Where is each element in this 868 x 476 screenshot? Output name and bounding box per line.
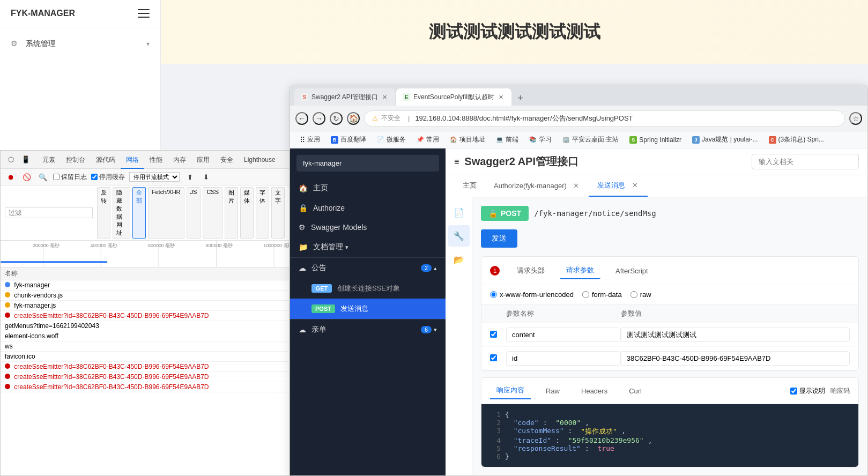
- tab-application[interactable]: 应用: [191, 151, 215, 169]
- param-value-content[interactable]: [621, 328, 850, 342]
- network-item-sse-2[interactable]: createSseEmitter?id=38C62BF0-B43C-450D-B…: [1, 362, 289, 372]
- bookmark-microservice[interactable]: 📄 微服务: [373, 133, 410, 146]
- filter-img[interactable]: 图片: [225, 187, 238, 239]
- tab-lighthouse[interactable]: Lighthouse: [239, 151, 281, 169]
- network-item-ws[interactable]: ws: [1, 341, 289, 352]
- bookmark-button[interactable]: ☆: [849, 112, 862, 125]
- swagger-sub-sse[interactable]: GET 创建长连接SSE对象: [290, 278, 446, 299]
- left-nav-doc[interactable]: 📄: [448, 202, 470, 223]
- swagger-nav-notice[interactable]: ☁ 公告 2 ▴: [290, 258, 446, 278]
- radio-raw[interactable]: raw: [630, 291, 651, 299]
- network-item-getmenus[interactable]: getMenus?time=1662199402043: [1, 321, 289, 331]
- bookmark-learn[interactable]: 📚 学习: [525, 133, 556, 146]
- menu-icon[interactable]: [138, 9, 150, 18]
- back-button[interactable]: ←: [295, 112, 308, 125]
- chrome-tab-swagger2[interactable]: S Swagger2 API管理接口 ✕: [294, 88, 395, 106]
- param-name-id[interactable]: [506, 351, 621, 366]
- bookmark-apps[interactable]: ⠿ 应用: [295, 133, 324, 146]
- filter-fetch-xhr[interactable]: Fetch/XHR: [148, 187, 184, 239]
- bookmark-java[interactable]: J Java规范 | youlai-...: [688, 133, 762, 146]
- clear-button[interactable]: 🚫: [21, 171, 33, 183]
- swagger-nav-home[interactable]: 🏠 主页: [290, 178, 446, 198]
- tab-sources[interactable]: 源代码: [91, 151, 121, 169]
- export-button[interactable]: ⬇: [200, 171, 212, 183]
- swagger-tab-sendmsg[interactable]: 发送消息 ✕: [589, 175, 648, 197]
- response-tab-raw[interactable]: Raw: [539, 384, 566, 398]
- swagger-nav-models[interactable]: ⚙ Swagger Models: [290, 218, 446, 237]
- filter-font[interactable]: 字体: [256, 187, 269, 239]
- param-value-id[interactable]: [621, 351, 850, 366]
- network-item-fyk-manager-js[interactable]: fyk-manager.js: [1, 301, 289, 311]
- left-nav-open[interactable]: 📂: [448, 249, 470, 270]
- param-cb-content[interactable]: [490, 331, 497, 338]
- chrome-tab-close-eventsource[interactable]: ✕: [496, 93, 505, 101]
- swagger-tab-close-sendmsg[interactable]: ✕: [630, 181, 639, 190]
- bookmark-common[interactable]: 📌 常用: [412, 133, 443, 146]
- tab-elements[interactable]: 元素: [37, 151, 61, 169]
- bookmark-baidu[interactable]: B 百度翻译: [327, 133, 370, 146]
- radio-form-urlencoded[interactable]: x-www-form-urlencoded: [490, 291, 574, 299]
- url-bar[interactable]: ⚠ 不安全 | 192.168.0.104:8888/doc.html#/fyk…: [364, 110, 845, 127]
- sidebar-item-system-management[interactable]: ⚙ 系统管理 ▾: [0, 33, 160, 55]
- filter-hide-data-url[interactable]: 隐藏数据网址: [113, 187, 130, 239]
- response-tab-curl[interactable]: Curl: [622, 384, 648, 398]
- filter-media[interactable]: 媒体: [240, 187, 254, 239]
- swagger-sub-sendmsg[interactable]: POST 发送消息: [290, 299, 446, 319]
- bookmark-csdn[interactable]: C (3条消息) Spri...: [765, 133, 828, 146]
- response-tab-headers[interactable]: Headers: [575, 384, 614, 398]
- record-button[interactable]: ⏺: [5, 171, 17, 183]
- filter-all[interactable]: 全部: [132, 187, 146, 239]
- filter-invert[interactable]: 反转: [97, 187, 110, 239]
- swagger-nav-authorize[interactable]: 🔒 Authorize: [290, 198, 446, 218]
- swagger-tab-close-authorize[interactable]: ✕: [572, 181, 580, 190]
- import-button[interactable]: ⬆: [184, 171, 196, 183]
- swagger-search-main[interactable]: [752, 154, 859, 169]
- network-item-sse-4[interactable]: createSseEmitter?id=38C62BF0-B43C-450D-B…: [1, 382, 289, 392]
- network-item-element-icons[interactable]: element-icons.woff: [1, 331, 289, 341]
- inspect-element-button[interactable]: ⬡: [5, 154, 17, 166]
- bookmark-project[interactable]: 🏠 项目地址: [446, 133, 489, 146]
- new-tab-button[interactable]: +: [513, 91, 528, 106]
- bookmark-pingan[interactable]: 🏢 平安云桌面·主站: [558, 133, 623, 146]
- network-item-favicon[interactable]: favicon.ico: [1, 352, 289, 362]
- device-toolbar-button[interactable]: 📱: [20, 154, 32, 166]
- chrome-tab-close-swagger[interactable]: ✕: [380, 93, 389, 101]
- tab-console[interactable]: 控制台: [61, 151, 91, 169]
- network-item-sse-3[interactable]: createSseEmitter?id=38C62BF0-B43C-450D-B…: [1, 372, 289, 382]
- preserve-log-checkbox[interactable]: [53, 174, 60, 180]
- throttle-select[interactable]: 停用节流模式: [129, 172, 180, 182]
- left-nav-debug[interactable]: 🔧: [448, 225, 470, 247]
- swagger-search-input[interactable]: [296, 155, 439, 172]
- swagger-nav-docmgmt[interactable]: 📁 文档管理 ▾: [290, 237, 446, 257]
- forward-button[interactable]: →: [313, 112, 325, 125]
- network-item-fyk-manager[interactable]: fyk-manager: [1, 280, 289, 291]
- filter-input[interactable]: [5, 207, 93, 218]
- radio-form-data[interactable]: form-data: [582, 291, 622, 299]
- reload-button[interactable]: ↻: [330, 112, 343, 125]
- chrome-tab-eventsource[interactable]: E EventSourcePolyfill默认超时 ✕: [396, 88, 511, 106]
- tab-performance[interactable]: 性能: [144, 151, 168, 169]
- req-tab-afterscript[interactable]: AfterScript: [609, 264, 655, 278]
- filter-js[interactable]: JS: [187, 187, 201, 239]
- swagger-nav-order[interactable]: ☁ 亲单 6 ▾: [290, 319, 446, 340]
- network-item-chunk-vendors[interactable]: chunk-vendors.js: [1, 291, 289, 301]
- req-tab-params[interactable]: 请求参数: [560, 262, 600, 279]
- bookmark-frontend[interactable]: 💻 前端: [492, 133, 523, 146]
- home-button[interactable]: 🏠: [347, 112, 360, 125]
- network-item-sse-1[interactable]: createSseEmitter?id=38C62BF0-B43C-450D-B…: [1, 311, 289, 321]
- bookmark-spring[interactable]: S Spring Initializr: [625, 135, 686, 145]
- filter-css[interactable]: CSS: [203, 187, 222, 239]
- disable-cache-checkbox[interactable]: [91, 174, 98, 180]
- filter-text[interactable]: 文字: [271, 187, 285, 239]
- response-tab-content[interactable]: 响应内容: [490, 382, 531, 399]
- swagger-tab-authorize[interactable]: Authorize(fyk-manager) ✕: [485, 176, 589, 196]
- network-list[interactable]: fyk-manager chunk-vendors.js fyk-manager…: [1, 280, 289, 476]
- param-cb-id[interactable]: [490, 354, 497, 361]
- param-name-content[interactable]: [506, 328, 621, 342]
- tab-network[interactable]: 网络: [121, 151, 144, 169]
- tab-security[interactable]: 安全: [215, 151, 239, 169]
- show-description-checkbox[interactable]: [790, 388, 797, 395]
- swagger-tab-home[interactable]: 主页: [454, 175, 485, 197]
- send-button[interactable]: 发送: [481, 229, 517, 248]
- tab-memory[interactable]: 内存: [168, 151, 191, 169]
